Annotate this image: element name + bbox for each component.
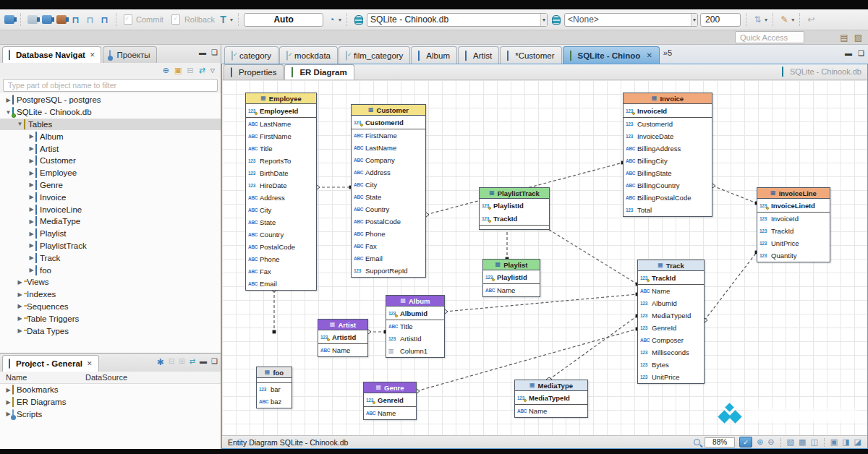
diagram-palette-icon[interactable]: ▧ bbox=[787, 437, 794, 447]
entity-field-country[interactable]: ABCCountry bbox=[352, 203, 425, 215]
perspective-dbeaver-icon[interactable]: ▤ bbox=[840, 33, 848, 43]
entity-field-lastname[interactable]: ABCLastName bbox=[352, 142, 425, 154]
entity-field-state[interactable]: ABCState bbox=[352, 191, 425, 203]
sidebar-item-artist[interactable]: ▶Artist bbox=[0, 142, 221, 155]
disconnect-icon[interactable] bbox=[26, 14, 38, 26]
entity-header[interactable]: ▦Album bbox=[386, 296, 444, 307]
entity-field-state[interactable]: ABCState bbox=[246, 216, 316, 228]
print-diagram-icon[interactable]: ◨ bbox=[842, 437, 849, 447]
entity-foo[interactable]: ▦foo123barABCbaz bbox=[256, 367, 292, 408]
sidebar-item-employee[interactable]: ▶Employee bbox=[0, 167, 221, 179]
entity-field-billingcity[interactable]: ABCBillingCity bbox=[624, 155, 712, 167]
entity-header[interactable]: ▦Customer bbox=[352, 105, 425, 116]
entity-field-email[interactable]: ABCEmail bbox=[352, 252, 425, 265]
schema-combo[interactable]: <None>▾ bbox=[564, 13, 698, 27]
sidebar-item-album[interactable]: ▶Album bbox=[0, 130, 221, 142]
tree-arrow-icon[interactable]: ▶ bbox=[27, 267, 35, 273]
er-diagram-canvas[interactable]: ▦Employee123EmployeeIdABCLastNameABCFirs… bbox=[222, 80, 867, 435]
tree-arrow-icon[interactable]: ▶ bbox=[27, 231, 35, 237]
tree-arrow-icon[interactable]: ▶ bbox=[4, 97, 12, 103]
entity-field-unitprice[interactable]: 123UnitPrice bbox=[757, 237, 830, 249]
tree-arrow-icon[interactable]: ▶ bbox=[4, 399, 12, 406]
zoom-out-icon[interactable]: ⊖ bbox=[767, 437, 774, 447]
arrange-diagram-icon[interactable]: ◫ bbox=[810, 437, 817, 447]
entity-field-city[interactable]: ABCCity bbox=[352, 179, 425, 191]
entity-field-address[interactable]: ABCAddress bbox=[246, 192, 316, 204]
entity-header[interactable]: ▦Invoice bbox=[624, 93, 712, 104]
sync-rows-caret[interactable]: ▾ bbox=[765, 17, 767, 23]
entity-invoice[interactable]: ▦Invoice123InvoiceId123CustomerId123Invo… bbox=[623, 93, 712, 217]
save-diagram-icon[interactable]: ◪ bbox=[854, 437, 861, 447]
commit-mode-combo[interactable]: Auto bbox=[244, 13, 323, 27]
entity-field-invoicelineid[interactable]: 123InvoiceLineId bbox=[757, 199, 830, 212]
zoom-apply-button[interactable]: ✓ bbox=[739, 437, 752, 447]
entity-field-name[interactable]: ABCName bbox=[483, 284, 540, 296]
tree-arrow-icon[interactable]: ▶ bbox=[16, 291, 24, 298]
tree-arrow-icon[interactable]: ▶ bbox=[27, 254, 35, 261]
entity-field-birthdate[interactable]: 123BirthDate bbox=[246, 167, 316, 179]
minimize-view-icon[interactable]: ▬ bbox=[199, 48, 206, 56]
entity-field-email[interactable]: ABCEmail bbox=[246, 278, 316, 290]
entity-field-customerid[interactable]: 123CustomerId bbox=[624, 118, 712, 130]
entity-field-firstname[interactable]: ABCFirstName bbox=[246, 130, 316, 142]
entity-field-invoiceid[interactable]: 123InvoiceId bbox=[757, 213, 830, 225]
tab-projects[interactable]: Проекты bbox=[103, 46, 156, 63]
entity-field-phone[interactable]: ABCPhone bbox=[352, 228, 425, 240]
editor-tab-sqlite-chinoo[interactable]: SQLite - Chinoo✕ bbox=[563, 46, 660, 64]
transaction-log-icon[interactable]: ◔ bbox=[326, 14, 338, 26]
sidebar-item-invoiceline[interactable]: ▶InvoiceLine bbox=[0, 203, 221, 215]
tree-arrow-icon[interactable]: ▶ bbox=[27, 218, 35, 225]
close-icon[interactable]: ✕ bbox=[90, 51, 95, 59]
maximize-view-icon[interactable]: ❏ bbox=[211, 48, 218, 56]
entity-field-company[interactable]: ABCCompany bbox=[352, 154, 425, 166]
entity-field-playlistid[interactable]: 123PlaylistId bbox=[483, 270, 540, 283]
entity-field-name[interactable]: ABCName bbox=[515, 405, 587, 417]
entity-playlisttrack[interactable]: ▦PlaylistTrack123PlaylistId123TrackId bbox=[479, 187, 550, 230]
entity-field-mediatypeid[interactable]: 123MediaTypeId bbox=[515, 391, 587, 404]
quick-access-field[interactable]: Quick Access bbox=[735, 31, 804, 43]
sidebar-item-customer[interactable]: ▶Customer bbox=[0, 155, 221, 167]
view-menu-icon[interactable]: ▽ bbox=[210, 67, 215, 74]
entity-field-invoiceid[interactable]: 123InvoiceId bbox=[624, 104, 712, 117]
zoom-in-icon[interactable]: ⊕ bbox=[757, 437, 763, 447]
sidebar-item-sqlite-chinook-db[interactable]: ▼SQLite - Chinook.db bbox=[0, 106, 221, 119]
entity-field-lastname[interactable]: ABCLastName bbox=[246, 118, 316, 130]
entity-field-invoicedate[interactable]: 123InvoiceDate bbox=[624, 130, 712, 142]
expand-icon[interactable]: ⊞ bbox=[179, 357, 184, 367]
connection-folder-icon[interactable]: ▣ bbox=[174, 66, 182, 75]
entity-field-title[interactable]: ABCTitle bbox=[386, 320, 444, 333]
tab-properties[interactable]: Properties bbox=[224, 64, 284, 80]
column-name[interactable]: Name bbox=[0, 373, 85, 382]
entity-genre[interactable]: ▦Genre123GenreIdABCName bbox=[363, 382, 417, 420]
sql-assist-caret[interactable]: ▾ bbox=[791, 17, 794, 23]
entity-field-genreid[interactable]: 123GenreId bbox=[364, 393, 416, 406]
entity-field-customerid[interactable]: 123CustomerId bbox=[352, 116, 425, 129]
column-datasource[interactable]: DataSource bbox=[85, 373, 127, 382]
entity-field-name[interactable]: ABCName bbox=[364, 407, 416, 419]
entity-field-bytes[interactable]: 123Bytes bbox=[638, 359, 704, 371]
connect-icon[interactable] bbox=[3, 14, 15, 26]
entity-field-column1[interactable]: ▥Column1 bbox=[386, 345, 444, 357]
sidebar-item-mediatype[interactable]: ▶MediaType bbox=[0, 215, 221, 228]
tree-arrow-icon[interactable]: ▶ bbox=[27, 242, 35, 249]
tree-arrow-icon[interactable]: ▶ bbox=[27, 158, 35, 164]
entity-album[interactable]: ▦Album123AlbumIdABCTitle123ArtistId▥Colu… bbox=[386, 295, 445, 358]
entity-field-employeeid[interactable]: 123EmployeeId bbox=[246, 104, 316, 117]
entity-employee[interactable]: ▦Employee123EmployeeIdABCLastNameABCFirs… bbox=[245, 93, 317, 291]
entity-field-name[interactable]: ABCName bbox=[318, 344, 367, 356]
editor-tab-mockdata[interactable]: mockdata bbox=[279, 46, 338, 64]
entity-field-artistid[interactable]: 123ArtistId bbox=[386, 333, 444, 345]
entity-field-phone[interactable]: ABCPhone bbox=[246, 253, 316, 265]
entity-field-supportrepid[interactable]: 123SupportRepId bbox=[352, 265, 425, 277]
tab-overflow-indicator[interactable]: »5 bbox=[663, 48, 672, 57]
tree-arrow-icon[interactable]: ▶ bbox=[16, 303, 24, 309]
perspective-open-icon[interactable]: ▨ bbox=[854, 33, 862, 43]
entity-field-playlistid[interactable]: 123PlaylistId bbox=[480, 199, 549, 212]
sidebar-item-genre[interactable]: ▶Genre bbox=[0, 179, 221, 192]
new-connection-icon[interactable]: ⊕ bbox=[163, 66, 169, 75]
tab-database-navigator[interactable]: Database Navigat ✕ bbox=[2, 46, 101, 63]
entity-header[interactable]: ▦Track bbox=[638, 260, 704, 271]
entity-field-postalcode[interactable]: ABCPostalCode bbox=[352, 215, 425, 228]
entity-track[interactable]: ▦Track123TrackIdABCName123AlbumId123Medi… bbox=[637, 260, 705, 384]
transaction-mode-caret[interactable]: ▾ bbox=[230, 17, 233, 23]
